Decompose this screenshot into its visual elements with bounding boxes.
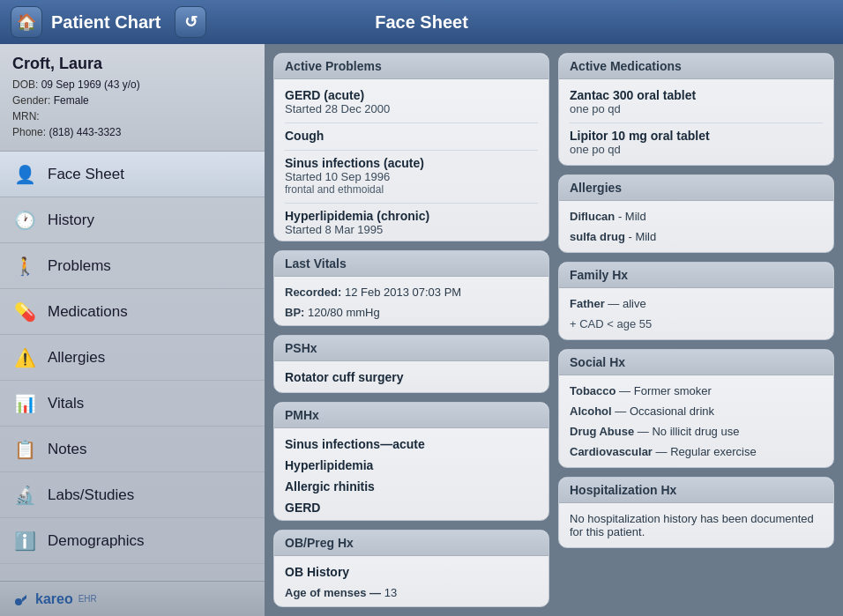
card-header-hospitalization-hx: Hospitalization Hx: [559, 478, 833, 503]
divider: [285, 122, 538, 123]
sidebar-item-face-sheet[interactable]: 👤Face Sheet: [0, 152, 265, 197]
card-item: Tobacco — Former smoker: [570, 384, 823, 397]
item-sub: Started 10 Sep 1996: [285, 170, 538, 183]
sidebar: Croft, Laura DOB: 09 Sep 1969 (43 y/o) G…: [0, 44, 265, 616]
sidebar-label-allergies: Allergies: [48, 349, 105, 367]
card-body-last-vitals: Recorded: 12 Feb 2013 07:03 PMBP: 120/80…: [274, 277, 548, 327]
card-header-pshx: PSHx: [274, 336, 548, 361]
card-header-ob-preg-hx: OB/Preg Hx: [274, 531, 548, 556]
card-header-active-problems: Active Problems: [274, 54, 548, 79]
card-item: Lipitor 10 mg oral tabletone po qd: [570, 129, 823, 156]
sidebar-item-history[interactable]: 🕐History: [0, 197, 265, 243]
sidebar-item-vitals[interactable]: 📊Vitals: [0, 381, 265, 427]
item-sub: Started 28 Dec 2000: [285, 102, 538, 115]
item-title: Hyperlipidemia (chronic): [285, 209, 538, 223]
card-item: No hospitalization history has been docu…: [570, 512, 823, 538]
card-last-vitals: Last VitalsRecorded: 12 Feb 2013 07:03 P…: [273, 250, 549, 327]
sidebar-label-labs-studies: Labs/Studies: [48, 486, 134, 504]
item-sub: Started 8 Mar 1995: [285, 223, 538, 236]
item-bold-label: BP:: [285, 306, 304, 319]
problems-icon: 🚶: [12, 254, 37, 278]
sidebar-item-medications[interactable]: 💊Medications: [0, 289, 265, 335]
svg-point-0: [15, 598, 22, 605]
item-detail: frontal and ethmoidal: [285, 183, 538, 196]
card-body-active-medications: Zantac 300 oral tabletone po qdLipitor 1…: [559, 79, 833, 165]
labs-studies-icon: 🔬: [12, 483, 37, 508]
patient-name: Croft, Laura: [12, 55, 252, 73]
page-title: Face Sheet: [375, 12, 468, 33]
item-bold: Father: [570, 297, 605, 310]
card-pshx: PSHxRotator cuff surgery: [273, 335, 549, 392]
card-item: Zantac 300 oral tabletone po qd: [570, 88, 823, 115]
main-layout: Croft, Laura DOB: 09 Sep 1969 (43 y/o) G…: [0, 44, 843, 616]
divider: [285, 203, 538, 204]
card-item: Hyperlipidemia (chronic)Started 8 Mar 19…: [285, 209, 538, 236]
card-item: Allergic rhinitis: [285, 479, 538, 494]
history-icon: 🕐: [12, 208, 37, 233]
card-item: OB History: [285, 565, 538, 579]
card-body-family-hx: Father — alive+ CAD < age 55: [559, 288, 833, 339]
card-pmhx: PMHxSinus infections—acuteHyperlipidemia…: [273, 402, 549, 522]
item-bold-label: Age of menses —: [285, 586, 381, 599]
item-sub: one po qd: [570, 102, 823, 115]
item-bold: Alcohol: [570, 404, 612, 418]
medications-icon: 💊: [12, 300, 37, 324]
item-title: Sinus infections (acute): [285, 156, 538, 170]
card-header-last-vitals: Last Vitals: [274, 251, 548, 277]
home-button[interactable]: 🏠: [11, 6, 42, 38]
item-bold: Tobacco: [570, 384, 616, 397]
card-header-active-medications: Active Medications: [559, 54, 833, 79]
card-header-family-hx: Family Hx: [559, 263, 833, 288]
card-hospitalization-hx: Hospitalization HxNo hospitalization his…: [558, 477, 834, 548]
sidebar-item-notes[interactable]: 📋Notes: [0, 427, 265, 472]
patient-dob: DOB: 09 Sep 1969 (43 y/o): [12, 77, 252, 93]
app-header: 🏠 Patient Chart ↺ Face Sheet: [0, 0, 843, 44]
sidebar-item-allergies[interactable]: ⚠️Allergies: [0, 335, 265, 381]
sidebar-item-problems[interactable]: 🚶Problems: [0, 243, 265, 289]
divider: [285, 150, 538, 151]
card-active-problems: Active ProblemsGERD (acute)Started 28 De…: [273, 53, 549, 241]
card-item: Age of menses — 13: [285, 586, 538, 599]
card-body-allergies: Diflucan - Mildsulfa drug - Mild: [559, 201, 833, 252]
sidebar-label-face-sheet: Face Sheet: [48, 166, 124, 183]
item-title: Allergic rhinitis: [285, 479, 538, 494]
item-title: Lipitor 10 mg oral tablet: [570, 129, 823, 143]
sidebar-item-demographics[interactable]: ℹ️Demographics: [0, 518, 265, 564]
item-title: Rotator cuff surgery: [285, 370, 538, 384]
card-item: BP: 120/80 mmHg: [285, 306, 538, 319]
card-item: Drug Abuse — No illicit drug use: [570, 425, 823, 438]
item-title: Sinus infections—acute: [285, 437, 538, 451]
sidebar-item-labs-studies[interactable]: 🔬Labs/Studies: [0, 472, 265, 518]
nav-items: 👤Face Sheet🕐History🚶Problems💊Medications…: [0, 152, 265, 581]
right-column: Active MedicationsZantac 300 oral tablet…: [558, 53, 834, 607]
item-sub: + CAD < age 55: [570, 317, 823, 330]
card-item: Sinus infections (acute)Started 10 Sep 1…: [285, 156, 538, 196]
divider: [570, 122, 823, 123]
card-item: Alcohol — Occasional drink: [570, 404, 823, 418]
app-title: Patient Chart: [51, 12, 160, 33]
card-body-ob-preg-hx: OB HistoryAge of menses — 13: [274, 556, 548, 607]
card-header-allergies: Allergies: [559, 175, 833, 201]
vitals-icon: 📊: [12, 391, 37, 416]
refresh-icon: ↺: [184, 12, 198, 32]
content-area: Active ProblemsGERD (acute)Started 28 De…: [265, 44, 843, 616]
item-title: Zantac 300 oral tablet: [570, 88, 823, 102]
card-item: Father — alive: [570, 297, 823, 310]
item-bold: Diflucan: [570, 210, 615, 223]
card-header-pmhx: PMHx: [274, 403, 548, 428]
item-title: GERD (acute): [285, 88, 538, 102]
card-body-pmhx: Sinus infections—acuteHyperlipidemiaAlle…: [274, 428, 548, 522]
notes-icon: 📋: [12, 437, 37, 462]
sidebar-label-vitals: Vitals: [48, 395, 84, 412]
refresh-button[interactable]: ↺: [175, 6, 206, 38]
allergies-icon: ⚠️: [12, 345, 37, 370]
card-body-pshx: Rotator cuff surgery: [274, 361, 548, 392]
sidebar-label-problems: Problems: [48, 257, 111, 275]
sidebar-footer: kareo EHR: [0, 581, 265, 616]
item-title: Hyperlipidemia: [285, 458, 538, 472]
card-family-hx: Family HxFather — alive+ CAD < age 55: [558, 262, 834, 340]
left-column: Active ProblemsGERD (acute)Started 28 De…: [273, 53, 549, 607]
card-item: Rotator cuff surgery: [285, 370, 538, 384]
kareo-brand: kareo: [35, 591, 73, 607]
sidebar-label-notes: Notes: [48, 441, 86, 458]
